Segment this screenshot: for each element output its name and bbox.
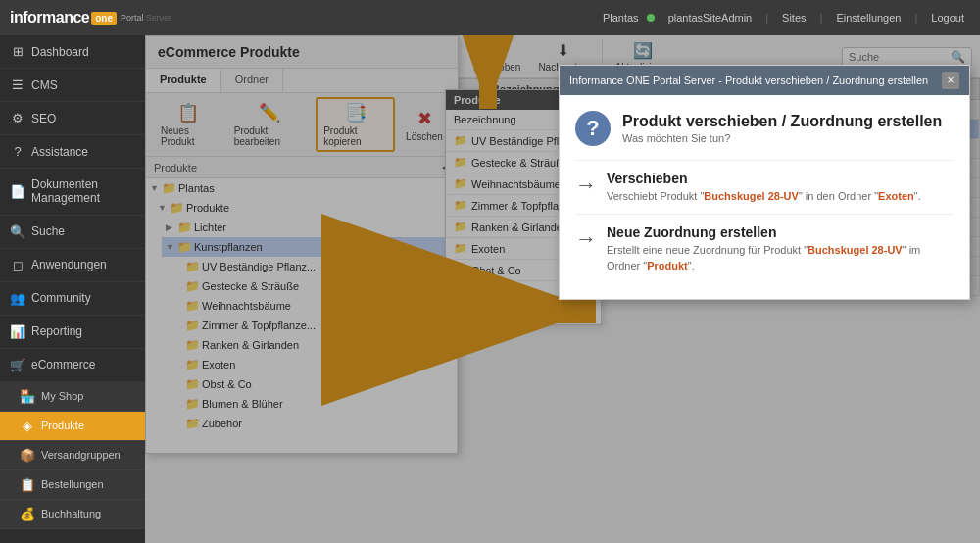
dialog-box: Informance ONE Portal Server - Produkt v… [559,65,970,300]
sidebar-item-reporting[interactable]: 📊 Reporting [0,316,145,349]
produkte-icon: ◈ [20,419,35,433]
ecommerce-icon: 🛒 [10,358,25,372]
myshop-icon: 🏪 [20,389,35,404]
status-dot [647,14,655,22]
dashboard-icon: ⊞ [10,44,25,59]
sidebar-item-suche[interactable]: 🔍 Suche [0,216,145,249]
sidebar-label-suche: Suche [31,224,65,238]
dialog-content: ? Produkt verschieben / Zuordnung erstel… [560,95,969,299]
option1-product: Buchskugel 28-UV [704,190,799,202]
logo-one: one [91,12,117,25]
option1-desc: Verschiebt Produkt "Buchskugel 28-UV" in… [607,189,921,204]
main-layout: ⊞ Dashboard ☰ CMS ⚙ SEO ? Assistance 📄 D… [0,35,980,543]
admin-button[interactable]: plantasSiteAdmin [662,10,759,25]
suche-icon: 🔍 [10,224,25,239]
sidebar-item-buchhaltung[interactable]: 💰 Buchhaltung [0,500,145,529]
assistance-icon: ? [10,144,25,159]
dialog-option-zuordnung[interactable]: → Neue Zuordnung erstellen Erstellt eine… [575,214,954,283]
sidebar-label-ecommerce: eCommerce [31,358,95,371]
top-bar: informance one Portal Server Plantas pla… [0,0,980,35]
sidebar-label-buchhaltung: Buchhaltung [41,508,101,519]
sidebar-label-bestellungen: Bestellungen [41,478,104,490]
buchhaltung-icon: 💰 [20,507,35,521]
option2-product: Buchskugel 28-UV [808,244,903,256]
logo-text: informance [10,9,89,26]
reporting-icon: 📊 [10,324,25,339]
option1-folder: Exoten [878,190,914,202]
option2-title: Neue Zuordnung erstellen [607,224,954,240]
sidebar-label-dokumente: Dokumenten Management [31,177,135,206]
arrow-icon-1: → [575,173,597,198]
cms-icon: ☰ [10,77,25,92]
logo-portal: Portal [121,13,144,23]
sidebar-item-dashboard[interactable]: ⊞ Dashboard [0,35,145,69]
logo: informance one Portal Server [10,9,172,26]
arrow-icon-2: → [575,226,597,252]
sidebar-item-seo[interactable]: ⚙ SEO [0,102,145,135]
anwendungen-icon: ◻ [10,258,25,272]
dialog-header: ? Produkt verschieben / Zuordnung erstel… [575,111,954,146]
sidebar: ⊞ Dashboard ☰ CMS ⚙ SEO ? Assistance 📄 D… [0,35,145,543]
option2-desc: Erstellt eine neue Zuordnung für Produkt… [607,243,954,273]
sidebar-item-cms[interactable]: ☰ CMS [0,69,145,102]
dialog-title: Informance ONE Portal Server - Produkt v… [569,74,928,86]
sidebar-label-cms: CMS [31,78,58,92]
dokumente-icon: 📄 [10,184,25,200]
bestellungen-icon: 📋 [20,477,35,492]
community-icon: 👥 [10,291,25,306]
sidebar-label-reporting: Reporting [31,324,82,338]
sidebar-label-anwendungen: Anwendungen [31,258,107,272]
sidebar-label-versandgruppen: Versandgruppen [41,449,121,461]
option2-folder: Produkt [647,260,688,272]
settings-button[interactable]: Einstellungen [830,10,906,25]
sidebar-submenu-ecommerce: 🏪 My Shop ◈ Produkte 📦 Versandgruppen 📋 … [0,382,145,529]
sidebar-label-community: Community [31,291,91,305]
dialog-close-button[interactable]: × [942,72,959,89]
top-bar-right: Plantas plantasSiteAdmin | Sites | Einst… [603,10,970,25]
sidebar-item-versandgruppen[interactable]: 📦 Versandgruppen [0,441,145,470]
seo-icon: ⚙ [10,111,25,125]
option1-title: Verschieben [607,171,921,186]
sidebar-item-dokumente[interactable]: 📄 Dokumenten Management [0,169,145,216]
sidebar-label-produkte: Produkte [41,420,84,431]
plantas-label: Plantas [603,12,639,24]
sidebar-label-dashboard: Dashboard [31,45,89,59]
sidebar-item-myshop[interactable]: 🏪 My Shop [0,382,145,412]
logo-server: Server [146,13,172,23]
sidebar-item-anwendungen[interactable]: ◻ Anwendungen [0,249,145,282]
question-icon: ? [575,111,611,146]
dialog-subtitle: Was möchten Sie tun? [622,132,942,144]
content-area: eCommerce Produkte Produkte Ordner 📋 Neu… [145,35,980,543]
sites-button[interactable]: Sites [776,10,811,25]
sidebar-item-produkte[interactable]: ◈ Produkte [0,412,145,441]
sidebar-label-myshop: My Shop [41,390,83,402]
versandgruppen-icon: 📦 [20,448,35,463]
dialog-main-title: Produkt verschieben / Zuordnung erstelle… [622,113,942,130]
dialog-overlay: Informance ONE Portal Server - Produkt v… [145,35,980,543]
sidebar-item-bestellungen[interactable]: 📋 Bestellungen [0,470,145,500]
dialog-option-verschieben[interactable]: → Verschieben Verschiebt Produkt "Buchsk… [575,160,954,214]
sidebar-item-community[interactable]: 👥 Community [0,282,145,316]
dialog-title-bar: Informance ONE Portal Server - Produkt v… [560,66,969,95]
sidebar-label-assistance: Assistance [31,145,88,159]
sidebar-item-assistance[interactable]: ? Assistance [0,135,145,169]
sidebar-item-ecommerce[interactable]: 🛒 eCommerce [0,349,145,382]
logout-button[interactable]: Logout [925,10,970,25]
sidebar-label-seo: SEO [31,112,56,125]
